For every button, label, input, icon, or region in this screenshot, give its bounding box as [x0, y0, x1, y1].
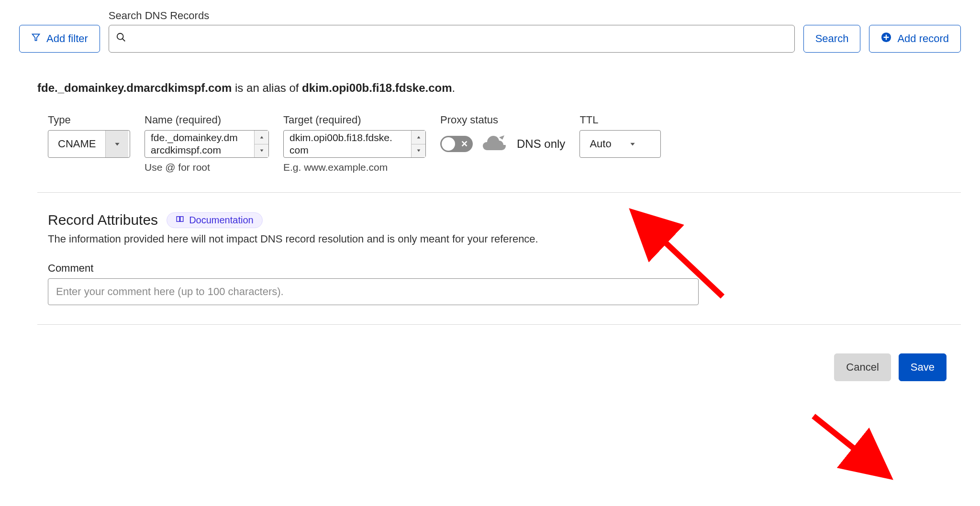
target-input[interactable]: dkim.opi00b.fi18.fdske. com [283, 130, 426, 158]
target-label: Target (required) [283, 114, 426, 126]
attributes-heading: Record Attributes [48, 212, 158, 228]
save-button[interactable]: Save [899, 353, 947, 381]
name-value: fde._domainkey.dm arcdkimspf.com [145, 131, 254, 157]
spinner-down-icon[interactable] [411, 144, 425, 158]
record-fields: Type CNAME Name (required) fde._domainke… [48, 114, 961, 173]
plus-circle-icon [881, 32, 891, 45]
comment-input[interactable] [48, 278, 699, 305]
documentation-link[interactable]: Documentation [167, 212, 263, 228]
type-label: Type [48, 114, 130, 126]
proxy-field: Proxy status ✕ DNS only [440, 114, 565, 158]
proxy-status-text: DNS only [517, 137, 565, 151]
footer-actions: Cancel Save [19, 353, 947, 381]
svg-marker-6 [260, 150, 263, 152]
ttl-value: Auto [580, 131, 621, 157]
divider [37, 192, 961, 193]
spinner-up-icon[interactable] [411, 131, 425, 144]
ttl-label: TTL [579, 114, 661, 126]
filter-icon [31, 33, 41, 45]
proxy-label: Proxy status [440, 114, 565, 126]
summary-hostname: fde._domainkey.dmarcdkimspf.com [37, 81, 232, 94]
proxy-toggle[interactable]: ✕ [440, 136, 473, 152]
add-filter-button[interactable]: Add filter [19, 25, 100, 53]
record-attributes-section: Record Attributes Documentation The info… [48, 212, 961, 305]
search-icon [116, 32, 126, 45]
search-input[interactable] [131, 33, 788, 45]
search-button-label: Search [815, 33, 849, 45]
type-value: CNAME [48, 131, 105, 157]
cancel-button[interactable]: Cancel [834, 353, 891, 381]
caret-down-icon [105, 131, 128, 157]
search-box[interactable] [109, 25, 795, 53]
cloud-icon [482, 134, 507, 154]
target-value: dkim.opi00b.fi18.fdske. com [284, 131, 411, 157]
search-button[interactable]: Search [803, 25, 861, 53]
save-label: Save [911, 361, 935, 374]
svg-marker-4 [115, 143, 119, 146]
top-toolbar: Add filter Search DNS Records Search Add… [19, 10, 961, 53]
close-icon: ✕ [461, 139, 468, 149]
target-spinners [411, 131, 425, 157]
book-icon [176, 215, 184, 226]
spinner-down-icon[interactable] [254, 144, 268, 158]
name-hint: Use @ for root [145, 162, 269, 173]
add-record-button[interactable]: Add record [869, 25, 961, 53]
type-select[interactable]: CNAME [48, 130, 130, 158]
record-summary: fde._domainkey.dmarcdkimspf.com is an al… [37, 81, 961, 95]
svg-point-1 [117, 33, 123, 40]
documentation-label: Documentation [189, 215, 254, 226]
svg-line-2 [122, 39, 125, 42]
add-record-label: Add record [897, 33, 949, 45]
search-container: Search DNS Records [109, 10, 795, 53]
target-field: Target (required) dkim.opi00b.fi18.fdske… [283, 114, 426, 173]
cancel-label: Cancel [846, 361, 879, 374]
toggle-knob [442, 137, 455, 151]
name-spinners [254, 131, 268, 157]
ttl-field: TTL Auto [579, 114, 661, 158]
svg-marker-5 [260, 136, 263, 138]
ttl-select[interactable]: Auto [579, 130, 661, 158]
svg-marker-8 [417, 150, 420, 152]
caret-down-icon [621, 131, 644, 157]
search-label: Search DNS Records [109, 10, 795, 22]
summary-middle: is an alias of [232, 81, 302, 94]
spinner-up-icon[interactable] [254, 131, 268, 144]
summary-suffix: . [452, 81, 456, 94]
add-filter-label: Add filter [46, 33, 88, 45]
annotation-overlay [0, 0, 980, 391]
attributes-description: The information provided here will not i… [48, 233, 961, 245]
target-hint: E.g. www.example.com [283, 162, 426, 173]
svg-marker-0 [33, 34, 40, 40]
name-label: Name (required) [145, 114, 269, 126]
comment-label: Comment [48, 262, 961, 275]
svg-marker-7 [417, 136, 420, 138]
svg-marker-9 [630, 143, 635, 146]
divider [37, 324, 961, 325]
summary-target: dkim.opi00b.fi18.fdske.com [302, 81, 452, 94]
type-field: Type CNAME [48, 114, 130, 158]
name-input[interactable]: fde._domainkey.dm arcdkimspf.com [145, 130, 269, 158]
name-field: Name (required) fde._domainkey.dm arcdki… [145, 114, 269, 173]
